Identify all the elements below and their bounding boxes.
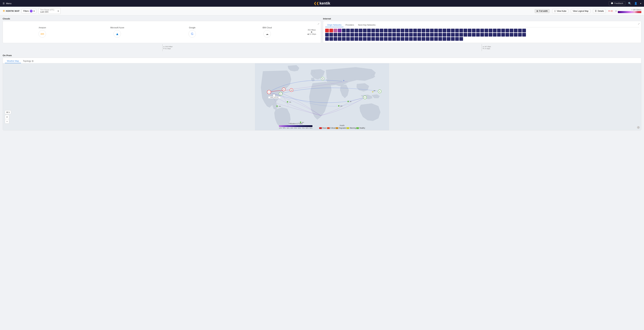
- internet-cell[interactable]: [405, 33, 408, 36]
- full-width-button[interactable]: ⊞ Full width: [535, 9, 550, 13]
- internet-cell[interactable]: [506, 33, 509, 36]
- internet-cell[interactable]: [501, 33, 505, 36]
- internet-cell[interactable]: [367, 37, 371, 41]
- internet-cell[interactable]: [401, 37, 404, 41]
- internet-cell[interactable]: [325, 37, 329, 41]
- internet-cell[interactable]: [413, 29, 417, 32]
- internet-cell[interactable]: [497, 29, 501, 32]
- internet-cell[interactable]: [434, 37, 438, 41]
- tab-next-hop[interactable]: Next-Hop Networks: [356, 23, 378, 27]
- internet-cell[interactable]: [325, 33, 329, 36]
- internet-cell[interactable]: [409, 37, 413, 41]
- internet-cell[interactable]: [489, 29, 492, 32]
- internet-cell[interactable]: [350, 29, 354, 32]
- internet-cell[interactable]: [409, 29, 413, 32]
- internet-cell[interactable]: [442, 29, 446, 32]
- tab-weather-map[interactable]: Weather Map: [5, 59, 21, 63]
- internet-cell[interactable]: [363, 33, 366, 36]
- internet-cell[interactable]: [363, 37, 366, 41]
- weather-map[interactable]: 7 3 10 2 sdwan_ci: [3, 63, 641, 130]
- feedback-button[interactable]: 💬 Feedback: [608, 1, 626, 5]
- internet-cell[interactable]: [447, 37, 450, 41]
- internet-cell[interactable]: [384, 29, 388, 32]
- internet-cell[interactable]: [413, 37, 417, 41]
- internet-cell[interactable]: [422, 29, 425, 32]
- internet-cell[interactable]: [489, 33, 492, 36]
- internet-cell[interactable]: [396, 37, 400, 41]
- internet-cell[interactable]: [376, 37, 379, 41]
- internet-cell[interactable]: [405, 37, 408, 41]
- internet-cell[interactable]: [434, 29, 438, 32]
- view-kube-button[interactable]: ⬡ View Kube: [552, 9, 568, 13]
- details-button[interactable]: ☰ Details: [593, 9, 606, 13]
- internet-cell[interactable]: [359, 29, 362, 32]
- layers-button[interactable]: ⊞ 5: [5, 110, 11, 114]
- internet-cell[interactable]: [388, 29, 392, 32]
- internet-cell[interactable]: [442, 37, 446, 41]
- internet-cell[interactable]: [510, 29, 513, 32]
- internet-cell[interactable]: [442, 33, 446, 36]
- internet-cell[interactable]: [418, 37, 421, 41]
- internet-cell[interactable]: [501, 29, 505, 32]
- internet-cell[interactable]: [346, 29, 350, 32]
- filters-button[interactable]: Filters 0 ▾: [22, 9, 36, 13]
- internet-cell[interactable]: [334, 37, 337, 41]
- internet-cell[interactable]: [426, 29, 430, 32]
- internet-cell[interactable]: [514, 33, 518, 36]
- internet-cell[interactable]: [430, 29, 434, 32]
- internet-cell[interactable]: [506, 29, 509, 32]
- cloud-item-ibm[interactable]: IBM Cloud ☁: [230, 24, 305, 40]
- internet-cell[interactable]: [451, 37, 455, 41]
- internet-cell[interactable]: [384, 33, 388, 36]
- internet-cell[interactable]: [409, 33, 413, 36]
- internet-cell[interactable]: [522, 33, 526, 36]
- internet-cell[interactable]: [325, 29, 329, 32]
- internet-expand-icon[interactable]: ⤢: [638, 22, 640, 25]
- internet-cell[interactable]: [472, 29, 476, 32]
- internet-cell[interactable]: [464, 33, 467, 36]
- internet-cell[interactable]: [334, 29, 337, 32]
- internet-cell[interactable]: [367, 33, 371, 36]
- internet-cell[interactable]: [401, 29, 404, 32]
- menu-button[interactable]: ☰ Menu: [3, 2, 12, 5]
- internet-cell[interactable]: [392, 29, 396, 32]
- internet-cell[interactable]: [422, 33, 425, 36]
- internet-cell[interactable]: [401, 33, 404, 36]
- search-icon[interactable]: 🔍: [628, 2, 632, 5]
- tab-topology[interactable]: Topology3: [21, 59, 36, 63]
- internet-cell[interactable]: [376, 29, 379, 32]
- internet-cell[interactable]: [346, 33, 350, 36]
- internet-cell[interactable]: [484, 29, 488, 32]
- internet-cell[interactable]: [405, 29, 408, 32]
- clouds-expand-icon[interactable]: ⤢: [318, 22, 320, 25]
- internet-cell[interactable]: [497, 33, 501, 36]
- internet-cell[interactable]: [392, 33, 396, 36]
- internet-cell[interactable]: [350, 33, 354, 36]
- internet-cell[interactable]: [451, 29, 455, 32]
- internet-cell[interactable]: [342, 29, 346, 32]
- zoom-in-button[interactable]: +: [5, 115, 9, 119]
- internet-cell[interactable]: [514, 29, 518, 32]
- internet-cell[interactable]: [359, 33, 362, 36]
- internet-cell[interactable]: [430, 33, 434, 36]
- internet-cell[interactable]: [338, 29, 342, 32]
- cloud-item-google[interactable]: Google G: [155, 24, 230, 40]
- internet-cell[interactable]: [396, 29, 400, 32]
- internet-cell[interactable]: [472, 33, 476, 36]
- internet-cell[interactable]: [418, 29, 421, 32]
- internet-cell[interactable]: [459, 33, 463, 36]
- internet-cell[interactable]: [493, 33, 496, 36]
- internet-cell[interactable]: [522, 29, 526, 32]
- internet-cell[interactable]: [388, 37, 392, 41]
- internet-cell[interactable]: [422, 37, 425, 41]
- internet-cell[interactable]: [430, 37, 434, 41]
- internet-cell[interactable]: [342, 33, 346, 36]
- internet-cell[interactable]: [380, 33, 384, 36]
- internet-cell[interactable]: [376, 33, 379, 36]
- internet-cell[interactable]: [480, 33, 484, 36]
- internet-cell[interactable]: [359, 37, 362, 41]
- internet-cell[interactable]: [484, 33, 488, 36]
- view-logical-button[interactable]: View Logical Map: [571, 9, 590, 13]
- internet-cell[interactable]: [380, 37, 384, 41]
- internet-cell[interactable]: [330, 33, 333, 36]
